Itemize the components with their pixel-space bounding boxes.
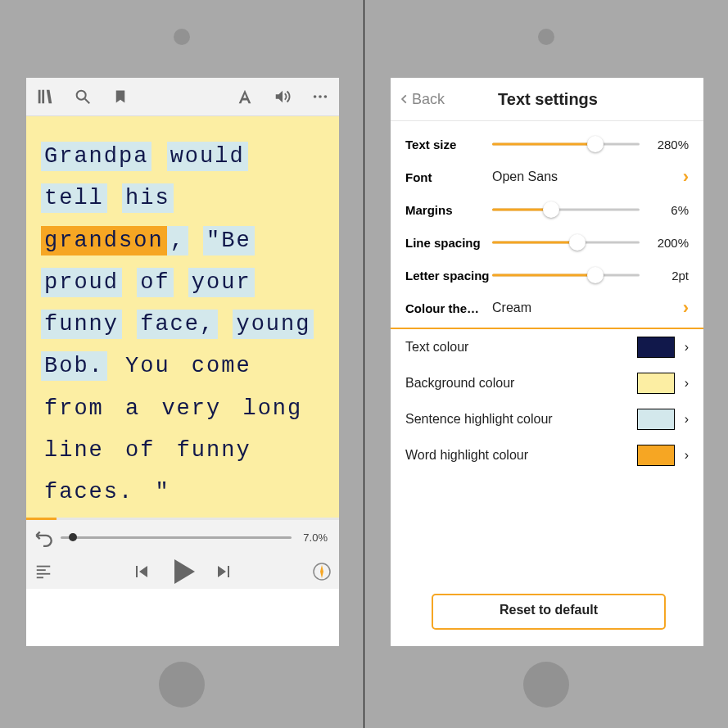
- colour-swatch: [637, 445, 675, 466]
- line-spacing-label: Line spacing: [405, 236, 492, 250]
- more-icon[interactable]: [301, 88, 339, 106]
- colour-swatch: [637, 337, 675, 358]
- colour-swatch: [637, 373, 675, 394]
- home-button[interactable]: [523, 662, 569, 708]
- text-size-row: Text size 280%: [405, 128, 689, 161]
- reader-word[interactable]: of: [122, 436, 158, 465]
- chevron-right-icon: ›: [671, 297, 689, 319]
- home-button[interactable]: [159, 662, 205, 708]
- reader-word[interactable]: funny: [174, 436, 255, 465]
- reset-button[interactable]: Reset to default: [432, 594, 666, 630]
- svg-point-4: [324, 95, 328, 98]
- search-icon[interactable]: [64, 88, 102, 106]
- undo-icon[interactable]: [26, 527, 61, 548]
- colour-label: Sentence highlight colour: [405, 412, 637, 427]
- text-align-icon[interactable]: [26, 563, 61, 581]
- reader-word[interactable]: You: [122, 351, 174, 381]
- svg-point-3: [319, 95, 322, 98]
- reader-word[interactable]: faces.: [41, 477, 137, 507]
- highlighted-word[interactable]: grandson: [41, 226, 167, 255]
- colour-row[interactable]: Text colour›: [405, 329, 689, 365]
- text-size-slider[interactable]: [492, 136, 640, 152]
- settings-title: Text settings: [400, 90, 695, 109]
- reader-word[interactable]: Bob.: [41, 351, 107, 381]
- compass-icon[interactable]: [305, 562, 339, 581]
- margins-value: 6%: [640, 203, 689, 217]
- letter-spacing-slider[interactable]: [492, 267, 640, 283]
- svg-point-2: [314, 95, 317, 98]
- front-camera-icon: [174, 29, 190, 45]
- reading-progress-bar: [26, 518, 339, 520]
- font-row[interactable]: Font Open Sans ›: [405, 161, 689, 193]
- reader-word[interactable]: come: [188, 351, 255, 381]
- reader-word[interactable]: from: [41, 394, 107, 423]
- player-controls: 7.0%: [26, 520, 339, 589]
- chevron-right-icon: ›: [671, 166, 689, 188]
- reader-word[interactable]: long: [239, 394, 305, 423]
- reader-word[interactable]: tell: [41, 183, 107, 213]
- margins-slider[interactable]: [492, 201, 640, 218]
- font-value: Open Sans: [492, 170, 671, 184]
- text-size-value: 280%: [640, 138, 689, 151]
- chevron-right-icon: ›: [685, 448, 689, 463]
- reader-word[interactable]: Grandpa: [41, 142, 151, 171]
- line-spacing-slider[interactable]: [492, 234, 640, 251]
- colour-row[interactable]: Background colour›: [405, 365, 689, 401]
- colour-label: Text colour: [405, 340, 637, 355]
- settings-header: Back Text settings: [391, 78, 703, 121]
- reader-word[interactable]: would: [167, 142, 248, 171]
- reader-screen: Grandpa would tell his grandson, "Be pro…: [26, 78, 339, 646]
- letter-spacing-row: Letter spacing 2pt: [405, 259, 689, 292]
- reader-toolbar: [26, 78, 339, 116]
- reader-word[interactable]: very: [158, 394, 224, 423]
- letter-spacing-label: Letter spacing: [405, 269, 492, 283]
- library-icon[interactable]: [26, 88, 64, 106]
- reader-word[interactable]: line: [41, 436, 107, 465]
- font-label: Font: [405, 170, 492, 184]
- chevron-right-icon: ›: [685, 340, 689, 355]
- letter-spacing-value: 2pt: [640, 269, 689, 283]
- chevron-right-icon: ›: [685, 412, 689, 427]
- bookmark-icon[interactable]: [102, 88, 139, 106]
- reader-word[interactable]: face,: [137, 310, 218, 339]
- scrub-slider[interactable]: [61, 529, 292, 545]
- colour-swatch: [637, 409, 675, 430]
- colour-theme-label: Colour the…: [405, 301, 492, 315]
- reader-word[interactable]: your: [188, 268, 255, 297]
- svg-point-0: [77, 91, 86, 100]
- settings-body: Text size 280% Font Open Sans › Margins …: [391, 121, 703, 473]
- colour-label: Word highlight colour: [405, 448, 637, 463]
- device-right: Back Text settings Text size 280% Font O…: [364, 0, 728, 728]
- play-icon[interactable]: [158, 555, 207, 588]
- reader-word[interactable]: a: [122, 394, 143, 423]
- line-spacing-value: 200%: [640, 236, 689, 250]
- reader-body[interactable]: Grandpa would tell his grandson, "Be pro…: [26, 116, 339, 518]
- previous-icon[interactable]: [124, 562, 158, 581]
- next-icon[interactable]: [207, 562, 242, 581]
- front-camera-icon: [538, 29, 554, 45]
- colour-theme-value: Cream: [492, 301, 671, 315]
- colour-row[interactable]: Word highlight colour›: [405, 437, 689, 473]
- reader-word[interactable]: proud: [41, 268, 122, 297]
- svg-line-1: [85, 99, 90, 104]
- reader-word[interactable]: ,: [167, 226, 188, 255]
- device-left: Grandpa would tell his grandson, "Be pro…: [0, 0, 364, 728]
- progress-percent-label: 7.0%: [292, 531, 339, 544]
- margins-row: Margins 6%: [405, 193, 689, 226]
- reader-word[interactable]: his: [122, 183, 174, 213]
- line-spacing-row: Line spacing 200%: [405, 226, 689, 259]
- chevron-right-icon: ›: [685, 376, 689, 391]
- colour-row[interactable]: Sentence highlight colour›: [405, 401, 689, 437]
- reader-word[interactable]: "Be: [203, 226, 255, 255]
- font-icon[interactable]: [226, 88, 264, 106]
- reader-word[interactable]: funny: [41, 310, 122, 339]
- settings-screen: Back Text settings Text size 280% Font O…: [391, 78, 703, 646]
- reader-word[interactable]: of: [137, 268, 173, 297]
- text-size-label: Text size: [405, 138, 492, 151]
- colour-theme-row[interactable]: Colour the… Cream ›: [405, 292, 689, 324]
- volume-icon[interactable]: [264, 88, 301, 106]
- margins-label: Margins: [405, 203, 492, 217]
- colour-label: Background colour: [405, 376, 637, 391]
- reader-word[interactable]: young: [233, 310, 314, 339]
- reader-word[interactable]: ": [151, 477, 173, 507]
